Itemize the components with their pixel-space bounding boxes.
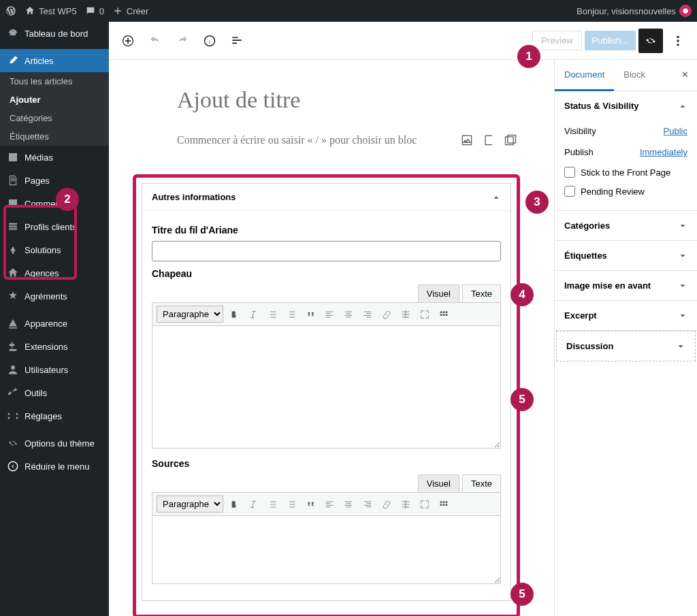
- panel-excerpt[interactable]: Excerpt: [555, 301, 697, 330]
- bold-button-2[interactable]: [226, 496, 242, 513]
- more-button[interactable]: [666, 29, 690, 53]
- ol-button-2[interactable]: [283, 496, 299, 513]
- menu-users[interactable]: Utilisateurs: [0, 358, 109, 381]
- publish-label: Publish: [564, 147, 594, 157]
- align-right-button[interactable]: [359, 306, 376, 323]
- annotation-badge-1: 1: [517, 45, 540, 68]
- inspector-sidebar: Document Block ✕ Status & Visibility Vis…: [554, 60, 697, 616]
- publish-value[interactable]: Immediately: [640, 147, 687, 157]
- quote-button-2[interactable]: [302, 496, 319, 513]
- toolbar-toggle-button[interactable]: [436, 306, 452, 323]
- svg-point-3: [677, 35, 679, 37]
- block-prompt[interactable]: Commencer à écrire ou saisir « / » pour …: [177, 133, 517, 147]
- menu-articles[interactable]: Articles: [0, 49, 109, 72]
- gallery-icon[interactable]: [504, 133, 517, 147]
- info-button[interactable]: [197, 29, 222, 53]
- submenu-add[interactable]: Ajouter: [0, 91, 109, 109]
- submenu-tags[interactable]: Étiquettes: [0, 127, 109, 146]
- preview-button[interactable]: Preview: [532, 31, 581, 50]
- format-select[interactable]: Paragraphe: [157, 306, 223, 323]
- greeting[interactable]: Bonjour, visionsnouvelles: [577, 5, 692, 17]
- svg-rect-11: [440, 314, 442, 316]
- more-icon-2[interactable]: [398, 496, 414, 513]
- ul-button[interactable]: [264, 306, 280, 323]
- metabox-header[interactable]: Autres informations: [142, 184, 510, 211]
- align-center-button[interactable]: [340, 306, 357, 323]
- menu-theme-options[interactable]: Options du thème: [0, 432, 109, 455]
- menu-settings[interactable]: Réglages: [0, 404, 109, 427]
- undo-button[interactable]: [143, 29, 167, 53]
- pending-checkbox[interactable]: [564, 186, 575, 197]
- collapse-menu[interactable]: Réduire le menu: [0, 455, 109, 478]
- create-link[interactable]: Créer: [112, 5, 149, 16]
- redo-button[interactable]: [170, 29, 195, 53]
- italic-button[interactable]: [245, 306, 261, 323]
- wp-logo[interactable]: [5, 5, 16, 16]
- menu-comments[interactable]: Commenta: [0, 192, 109, 215]
- ol-button[interactable]: [283, 306, 299, 323]
- annotation-badge-5b: 5: [510, 583, 534, 606]
- toolbar-toggle-button-2[interactable]: [436, 496, 452, 513]
- tab-texte[interactable]: Texte: [462, 285, 501, 302]
- site-link[interactable]: Test WP5: [25, 5, 77, 16]
- textarea-chapeau[interactable]: [152, 326, 501, 449]
- annotation-badge-4: 4: [510, 283, 534, 306]
- fullscreen-button-2[interactable]: [417, 496, 433, 513]
- image-icon[interactable]: [460, 133, 474, 147]
- publish-button[interactable]: Publish...: [585, 31, 636, 50]
- ul-button-2[interactable]: [264, 496, 280, 513]
- italic-button-2[interactable]: [245, 496, 261, 513]
- settings-toggle-button[interactable]: [638, 29, 663, 53]
- fullscreen-button[interactable]: [417, 306, 433, 323]
- svg-rect-10: [446, 311, 448, 313]
- stick-checkbox[interactable]: [564, 167, 575, 178]
- panel-tags[interactable]: Étiquettes: [555, 241, 697, 270]
- align-center-button-2[interactable]: [340, 496, 357, 513]
- textarea-sources[interactable]: [152, 516, 501, 584]
- avatar: [679, 5, 692, 17]
- visibility-label: Visibility: [564, 126, 596, 136]
- align-left-button[interactable]: [321, 306, 338, 323]
- close-inspector-button[interactable]: ✕: [673, 60, 697, 91]
- chevron-down-icon: [678, 251, 687, 261]
- post-title-input[interactable]: [177, 87, 517, 113]
- align-right-button-2[interactable]: [359, 496, 376, 513]
- heading-icon[interactable]: [482, 133, 496, 147]
- menu-profils-clients[interactable]: Profils clients: [0, 215, 109, 238]
- panel-featured-image[interactable]: Image mise en avant: [555, 271, 697, 300]
- more-icon[interactable]: [398, 306, 414, 323]
- submenu-all[interactable]: Tous les articles: [0, 72, 109, 91]
- tab-document[interactable]: Document: [555, 60, 614, 91]
- svg-rect-15: [443, 501, 445, 503]
- menu-agences[interactable]: Agences: [0, 261, 109, 285]
- comments-link[interactable]: 0: [85, 5, 104, 16]
- tab-block[interactable]: Block: [614, 60, 655, 91]
- format-select-2[interactable]: Paragraphe: [157, 496, 223, 513]
- menu-tools[interactable]: Outils: [0, 381, 109, 404]
- panel-status-header[interactable]: Status & Visibility: [555, 91, 697, 120]
- bold-button[interactable]: [226, 306, 242, 323]
- submenu-categories[interactable]: Catégories: [0, 109, 109, 127]
- svg-rect-6: [506, 137, 514, 145]
- outline-button[interactable]: [225, 29, 249, 53]
- menu-plugins[interactable]: Extensions: [0, 335, 109, 358]
- add-block-button[interactable]: [116, 29, 140, 53]
- tab-texte-2[interactable]: Texte: [462, 474, 501, 492]
- menu-appearance[interactable]: Apparence: [0, 312, 109, 335]
- visibility-value[interactable]: Public: [664, 126, 687, 136]
- tab-visuel[interactable]: Visuel: [418, 285, 459, 302]
- panel-categories[interactable]: Catégories: [555, 211, 697, 240]
- panel-discussion[interactable]: Discussion: [557, 331, 695, 361]
- svg-rect-8: [440, 311, 442, 313]
- quote-button[interactable]: [302, 306, 319, 323]
- link-button[interactable]: [378, 306, 395, 323]
- menu-solutions[interactable]: Solutions: [0, 238, 109, 261]
- align-left-button-2[interactable]: [321, 496, 338, 513]
- menu-pages[interactable]: Pages: [0, 169, 109, 192]
- link-button-2[interactable]: [378, 496, 395, 513]
- menu-dashboard[interactable]: Tableau de bord: [0, 22, 109, 45]
- input-ariane[interactable]: [152, 241, 501, 261]
- menu-media[interactable]: Médias: [0, 146, 109, 169]
- menu-agrements[interactable]: Agréments: [0, 285, 109, 308]
- tab-visuel-2[interactable]: Visuel: [418, 474, 459, 492]
